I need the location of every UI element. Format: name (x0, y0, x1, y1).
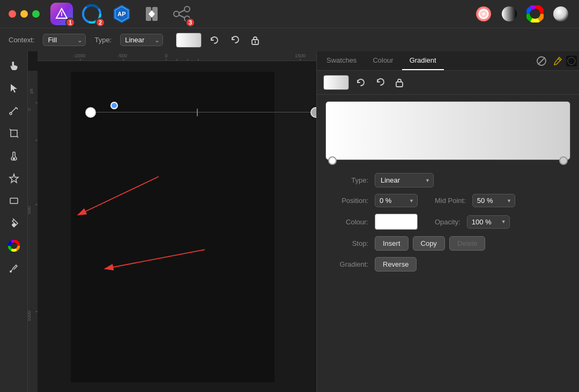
hand-tool[interactable] (4, 56, 24, 76)
context-bar: Context: Fill Type: Linear (0, 28, 579, 51)
svg-line-17 (179, 15, 184, 18)
opacity-select[interactable]: 100 % (467, 215, 510, 229)
gradient-start-handle[interactable] (85, 107, 96, 118)
affinity-icon[interactable]: 1 (50, 3, 73, 25)
brightness-btn[interactable] (500, 4, 519, 24)
gradient-preview-bar (325, 101, 570, 160)
app-icons: 1 2 AP (50, 3, 193, 25)
bucket-tool[interactable] (4, 213, 24, 233)
insert-button[interactable]: Insert (375, 236, 409, 251)
hue-saturation-btn[interactable] (474, 4, 493, 24)
svg-line-28 (10, 129, 11, 130)
stop-label: Stop: (325, 239, 368, 247)
svg-rect-27 (11, 130, 17, 137)
main-area: -1000 -500 0 1500 px 0 (0, 51, 579, 392)
select-tool[interactable] (4, 78, 24, 99)
svg-point-64 (568, 57, 575, 65)
svg-point-23 (553, 6, 568, 21)
type-label: Type: (94, 36, 112, 44)
gradient-bar-end-handle[interactable] (559, 156, 568, 165)
tab-gradient[interactable]: Gradient (402, 51, 444, 70)
context-select[interactable]: Fill (43, 34, 86, 46)
app-icon-3[interactable]: AP (110, 3, 133, 25)
ruler-h-svg: -1000 -500 0 1500 (38, 51, 316, 61)
midpoint-dropdown-wrapper[interactable]: 50 % (472, 194, 515, 207)
canvas-area: -1000 -500 0 1500 px 0 (28, 51, 316, 392)
svg-line-63 (558, 58, 560, 61)
midpoint-select[interactable]: 50 % (472, 194, 515, 207)
type-row: Type: Linear Radial Elliptical Conical (325, 173, 570, 187)
panel-lock-btn[interactable] (392, 75, 407, 90)
brush-tool-1[interactable] (4, 101, 24, 121)
gradient-angle-handle[interactable] (110, 102, 118, 109)
svg-point-13 (184, 6, 190, 12)
delete-button[interactable]: Delete (449, 236, 486, 251)
canvas-viewport (28, 61, 316, 392)
type-select-wrapper[interactable]: Linear Radial Elliptical Conical (375, 173, 434, 187)
gradient-bar-start-handle[interactable] (328, 156, 337, 165)
colour-opacity-row: Colour: Opacity: 100 % (325, 214, 570, 230)
svg-rect-32 (10, 198, 18, 203)
svg-line-16 (179, 10, 184, 13)
context-label: Context: (9, 36, 34, 44)
gradient-preview-swatch[interactable] (176, 33, 202, 48)
svg-text:0: 0 (165, 53, 167, 58)
tab-colour[interactable]: Colour (365, 51, 400, 70)
panel-gradient-preview-swatch[interactable] (323, 75, 349, 90)
panel-refresh-btn[interactable] (353, 75, 368, 90)
copy-button[interactable]: Copy (413, 236, 445, 251)
undo-icon-btn[interactable] (227, 33, 242, 48)
svg-rect-65 (396, 82, 403, 87)
canvas-document (71, 72, 274, 382)
lock-icon-btn[interactable] (248, 33, 263, 48)
panel-content-toolbar (317, 71, 579, 95)
colour-swatch[interactable] (375, 214, 418, 230)
gradient-midpoint-handle[interactable] (197, 109, 198, 116)
maximize-button[interactable] (32, 10, 40, 18)
sphere-btn[interactable] (551, 4, 570, 24)
type-select-wrapper[interactable]: Linear (120, 34, 163, 46)
svg-line-33 (13, 218, 14, 220)
paint-brush-tool[interactable] (4, 146, 24, 166)
colour-label: Colour: (325, 218, 368, 226)
bars-icon (142, 4, 162, 24)
minimize-button[interactable] (20, 10, 28, 18)
prohibit-icon[interactable] (534, 54, 549, 69)
opacity-dropdown-wrapper[interactable]: 100 % (467, 215, 510, 229)
close-button[interactable] (9, 10, 16, 18)
right-panel: Swatches Colour Gradient (316, 51, 579, 392)
titlebar: 1 2 AP (0, 0, 579, 28)
context-select-wrapper[interactable]: Fill (43, 34, 86, 46)
svg-point-36 (10, 270, 12, 273)
svg-text:1500: 1500 (295, 53, 306, 58)
type-select[interactable]: Linear Radial Elliptical Conical (375, 173, 434, 187)
brush-tool-2[interactable] (4, 258, 24, 278)
svg-point-30 (13, 158, 14, 160)
black-dot-icon[interactable] (566, 56, 577, 66)
svg-point-26 (10, 112, 12, 115)
refresh-icon-btn[interactable] (207, 33, 222, 48)
star-tool[interactable] (4, 168, 24, 189)
color-wheel-tool[interactable] (4, 236, 24, 256)
crop-tool[interactable] (4, 123, 24, 144)
app-icon-5[interactable]: 3 (170, 3, 193, 25)
color-wheel-btn[interactable] (525, 4, 545, 24)
svg-point-22 (531, 10, 539, 18)
midpoint-label: Mid Point: (435, 197, 466, 205)
panel-form: Type: Linear Radial Elliptical Conical P… (317, 167, 579, 278)
eyedropper-icon[interactable] (550, 54, 565, 69)
undo-icon (230, 35, 240, 45)
app-icon-4[interactable] (140, 3, 163, 25)
tab-swatches[interactable]: Swatches (319, 51, 364, 70)
gradient-line (90, 112, 315, 112)
app-icon-2[interactable]: 2 (80, 3, 103, 25)
gradient-end-handle[interactable] (310, 107, 316, 118)
position-select[interactable]: 0 % (375, 194, 418, 207)
svg-line-62 (538, 57, 545, 64)
panel-undo-btn[interactable] (373, 75, 388, 90)
position-dropdown-wrapper[interactable]: 0 % (375, 194, 418, 207)
type-select[interactable]: Linear (120, 34, 163, 46)
svg-point-14 (174, 11, 179, 17)
rect-tool[interactable] (4, 191, 24, 211)
reverse-button[interactable]: Reverse (375, 257, 417, 272)
